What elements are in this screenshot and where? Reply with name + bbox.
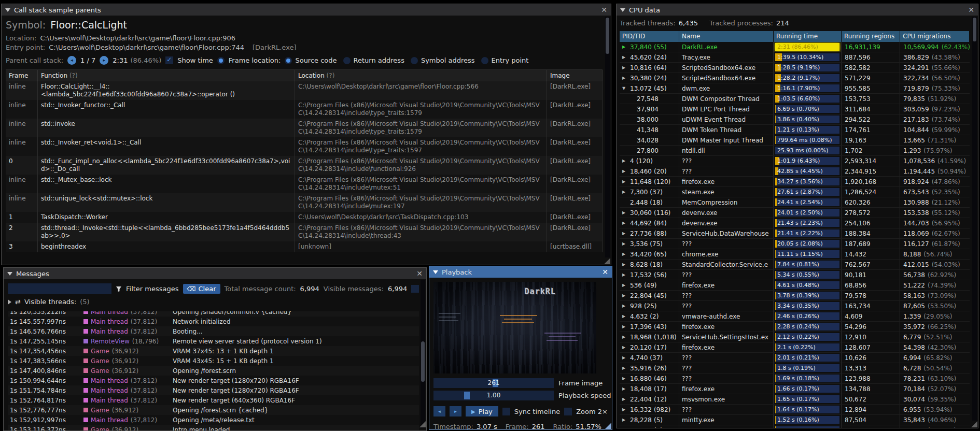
expand-icon[interactable]: ▶ [622,293,628,298]
cpu-row[interactable]: ▼13,072(45)dwm.exe1:16.1 (7.90%)955,5857… [620,83,970,94]
expand-icon[interactable]: ▶ [622,376,628,381]
expand-icon[interactable]: ▶ [622,169,628,174]
frame-location-option[interactable]: Return address [343,56,404,64]
expand-icon[interactable]: ▶ [622,345,628,350]
cpu-row[interactable]: ▶18,460(20)???42.85 s (4.45%)2,344,9151,… [620,166,970,177]
zoom-2x-checkbox[interactable] [564,408,572,415]
cpu-row[interactable]: ▶22,404(12)msvsmon.exe1.65 s (0.17%)50,6… [620,394,970,405]
cpu-row[interactable]: ▶16,332(982)???1.64 s (0.17%)12,8946,955… [620,405,970,415]
cpu-row[interactable]: ▶7,300(37)steam.exe27.61 s (2.87%)1,286,… [620,187,970,197]
scrollbar-thumb[interactable] [606,18,609,54]
cpu-row[interactable]: ▶30,380(24)ScriptedSandbox64.exe1:28.2 (… [620,73,970,83]
message-row[interactable]: 1s 150,994,644nsMain thread(37,812)New r… [8,376,419,385]
expand-icon[interactable]: ▶ [622,252,628,256]
clear-filter-button[interactable]: ⌫Clear [183,284,220,294]
cpu-row[interactable]: ▶18,968(1,018)ServiceHub.SettingsHost.ex… [620,332,970,342]
expand-icon[interactable]: ▶ [622,179,628,184]
callstack-frame-row[interactable]: 0std::_Func_impl_no_alloc<<lambda_5bc224… [6,156,603,175]
cpu-row[interactable]: ▶27,736(88)ServiceHub.DataWarehouse21.41… [620,228,970,239]
expand-icon[interactable]: ▶ [622,335,628,339]
expand-icon[interactable]: ▶ [622,283,628,288]
callstack-frame-row[interactable]: inlineFloor::CalcLight::__l4::<lambda_5b… [6,81,603,100]
message-row[interactable]: 1s 151,754,784nsMain thread(37,812)New r… [8,385,419,395]
truncated-option-checkbox[interactable] [411,285,419,293]
close-icon[interactable]: ✕ [602,268,608,276]
scrollbar[interactable] [972,17,977,421]
expand-threads-icon[interactable] [8,299,11,305]
callstack-frame-row[interactable]: inlinestd::_Mutex_base::lockC:\Program F… [6,175,603,193]
frame-column-header[interactable]: Frame [6,70,38,81]
message-row[interactable]: 1s 146,576,766nsMain thread(37,812)Booti… [8,326,419,336]
frame-image[interactable]: DarkRL [433,282,596,373]
expand-icon[interactable]: ▶ [622,45,628,49]
frame-location-option[interactable]: Entry point [481,56,529,64]
cpu-row[interactable]: ▶17,396(43)firefox.exe2.28 s (0.24%)54,2… [620,322,970,332]
location-column-header[interactable]: Location (?) [295,70,547,81]
name-column-header[interactable]: Name [679,31,774,42]
cpu-row[interactable]: ▶10,816(64)ScriptedSandbox64.exe1:28.5 (… [620,63,970,73]
expand-icon[interactable]: ▶ [622,262,628,267]
cpu-row[interactable]: ▶20,120(17)firefox.exe2.1 s (0.22%)128,6… [620,342,970,353]
expand-icon[interactable]: ▶ [622,76,628,80]
shuffle-icon[interactable]: ⇄ [15,298,21,306]
pid-column-header[interactable]: PID/TID [620,31,679,42]
close-icon[interactable]: ✕ [416,270,423,277]
expand-icon[interactable]: ▶ [622,231,628,236]
cpu-row[interactable]: 34,028DWM Master Input Thread799.64 ms (… [620,135,970,146]
resize-grip[interactable] [971,421,977,427]
message-row[interactable]: 1s 153,116,372nsGame(36,912)Intro menu l… [8,425,419,430]
message-row[interactable]: 1s 152,776,777nsGame(36,912)Opening /for… [8,405,419,415]
show-time-checkbox[interactable] [165,56,173,64]
frame-location-option[interactable]: Source code [285,56,337,64]
collapse-icon[interactable] [7,272,12,276]
image-column-header[interactable]: Image [547,70,603,81]
expand-icon[interactable]: ▶ [622,324,628,329]
expand-icon[interactable]: ▶ [622,314,628,319]
cpu-row[interactable]: ▶11,648(120)firefox.exe34.27 s (3.56%)1,… [620,177,970,187]
collapse-icon[interactable] [620,8,625,12]
scrollbar[interactable] [605,17,610,257]
cpu-row[interactable]: ▶22,804(45)???3.78 s (0.39%)79,57858,163… [620,291,970,301]
cpu-row[interactable]: 37,904DWM LPC Port Thread6.69 s (0.70%)3… [620,104,970,114]
cpu-row[interactable]: ▶18,172(8)msvsmon.exe1.35 s (0.14%)38,84… [620,425,970,428]
message-row[interactable]: 1s 152,912,997nsMain thread(37,812)Openi… [8,415,419,425]
callstack-titlebar[interactable]: Call stack sample parents ✕ [2,4,611,16]
cpu-row[interactable]: 27,800ntdll.dll25.93 ms (0.00%)1,7021,29… [620,146,970,156]
message-row[interactable]: 1s 147,354,456nsGame(36,912)VRAM 37x45: … [8,346,419,356]
playback-speed-slider[interactable]: 1.00 [433,391,554,400]
cpu-row[interactable]: ▶16,880(46)???1.69 s (0.18%)123,98878,23… [620,373,970,384]
expand-icon[interactable]: ▶ [622,221,628,225]
frame-image-slider[interactable]: 261 [433,378,554,388]
play-button[interactable]: ▶Play [466,406,498,416]
expand-icon[interactable]: ▼ [622,86,628,91]
callstack-frame-row[interactable]: inlinestd::_Invoker_functor::_CallC:\Pro… [6,100,603,119]
expand-icon[interactable]: ▶ [622,355,628,360]
next-frame-button[interactable]: ▸ [450,406,461,416]
cpu-row[interactable]: ▶34,420(65)chrome.exe11.11 s (1.15%)14,4… [620,249,970,260]
scrollbar-thumb[interactable] [421,341,425,382]
location-path[interactable]: C:\Users\wolf\Desktop\darkrl\src\game\fl… [40,34,235,42]
cpu-row[interactable]: ▶8,628(18)StandardCollector.Service.e7.8… [620,260,970,270]
cpu-row[interactable]: ▶4(120)???1:01.9 (6.43%)2,593,3141,078,5… [620,156,970,166]
message-row[interactable]: 1s 120,335,212nsMain thread(37,812)Openi… [8,311,419,317]
callstack-frame-row[interactable]: 2std::thread::_Invoke<std::tuple<<lambda… [6,223,603,241]
callstack-frame-row[interactable]: 1TaskDispatch::WorkerC:\Users\wolf\Deskt… [6,212,603,223]
frame-location-option[interactable]: Symbol address [411,56,475,64]
expand-icon[interactable]: ▶ [622,190,628,194]
message-row[interactable]: 1s 147,400,846nsGame(36,912)Opening /for… [8,366,419,376]
prev-frame-button[interactable]: ◂ [433,406,445,416]
cpu-row[interactable]: ▶28,228(5)mintty.exe1.52 s (0.16%)87,504… [620,415,970,425]
collapse-icon[interactable] [433,270,438,274]
collapse-icon[interactable] [5,8,10,12]
resize-grip[interactable] [604,258,610,264]
resize-grip[interactable] [419,421,426,427]
function-column-header[interactable]: Function (?) [38,70,295,81]
expand-icon[interactable]: ▶ [622,55,628,60]
close-icon[interactable]: ✕ [601,6,607,13]
callstack-frame-row[interactable]: inlinestd::invokeC:\Program Files (x86)\… [6,119,603,137]
message-row[interactable]: 1s 152,764,817nsMain thread(37,812)New r… [8,395,419,405]
cpu-row[interactable]: ▶17,532(56)???5.34 s (0.55%)90,18156,738… [620,270,970,280]
callstack-frame-row[interactable]: inlinestd::unique_lock<std::mutex>::lock… [6,193,603,212]
running-time-column-header[interactable]: Running time [774,31,842,42]
cpu-row[interactable]: 2,448(18)MemCompression24.41 s (2.54%)62… [620,197,970,208]
